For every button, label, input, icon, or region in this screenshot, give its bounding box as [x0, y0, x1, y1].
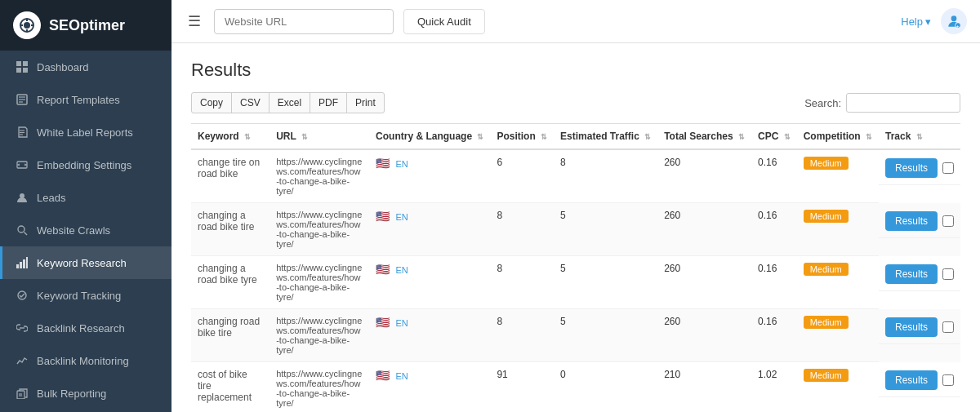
- sidebar-item-leads[interactable]: Leads: [0, 181, 172, 214]
- csv-button[interactable]: CSV: [231, 92, 270, 113]
- position-cell: 8: [490, 309, 554, 362]
- sort-icon[interactable]: ⇅: [644, 133, 651, 141]
- keyword-cell: changing road bike tire: [191, 309, 270, 362]
- topbar-right: Help ▾ +: [901, 8, 967, 34]
- results-button[interactable]: Results: [885, 211, 938, 231]
- competition-badge: Medium: [804, 316, 849, 329]
- sidebar-item-label: White Label Reports: [37, 126, 133, 139]
- svg-rect-22: [20, 262, 22, 268]
- sort-icon[interactable]: ⇅: [541, 133, 547, 141]
- results-button[interactable]: Results: [885, 370, 938, 390]
- sidebar-item-label: Website Crawls: [37, 224, 110, 237]
- sidebar-item-website-crawls[interactable]: Website Crawls: [0, 214, 172, 246]
- cpc-cell: 0.16: [751, 203, 797, 256]
- sidebar-item-backlink-monitoring[interactable]: Backlink Monitoring: [0, 344, 172, 377]
- main-content: ☰ Quick Audit Help ▾ + Results Copy CSV: [172, 0, 980, 412]
- svg-rect-7: [23, 61, 28, 66]
- topbar: ☰ Quick Audit Help ▾ +: [172, 0, 980, 43]
- dashboard-icon: [16, 60, 29, 73]
- keyword-cell: changing a road bike tire: [191, 203, 270, 256]
- leads-icon: [16, 191, 29, 204]
- search-input[interactable]: [846, 93, 960, 113]
- estimated-traffic-cell: 8: [554, 149, 657, 203]
- svg-rect-6: [16, 61, 21, 66]
- sort-icon[interactable]: ⇅: [916, 133, 923, 141]
- estimated-traffic-cell: 0: [554, 362, 657, 413]
- competition-badge: Medium: [804, 369, 849, 382]
- sidebar-item-white-label-reports[interactable]: White Label Reports: [0, 116, 172, 148]
- track-checkbox[interactable]: [942, 215, 954, 227]
- sort-icon[interactable]: ⇅: [244, 133, 251, 141]
- keyword-cell: changing a road bike tyre: [191, 256, 270, 309]
- sidebar-item-dashboard[interactable]: Dashboard: [0, 51, 172, 83]
- url-input[interactable]: [214, 9, 394, 34]
- track-checkbox[interactable]: [942, 162, 954, 174]
- estimated-traffic-cell: 5: [554, 256, 657, 309]
- track-cell: Results: [879, 150, 960, 185]
- cpc-cell: 0.16: [751, 309, 797, 362]
- track-cell: Results: [879, 309, 960, 344]
- sort-icon[interactable]: ⇅: [866, 133, 872, 141]
- track-cell: Results: [879, 362, 960, 397]
- track-checkbox[interactable]: [942, 374, 954, 386]
- country-cell: 🇺🇸 EN: [369, 149, 490, 203]
- track-checkbox[interactable]: [942, 321, 954, 333]
- quick-audit-button[interactable]: Quick Audit: [403, 9, 485, 34]
- track-checkbox[interactable]: [942, 268, 954, 280]
- col-position: Position ⇅: [490, 124, 554, 150]
- table-controls: Copy CSV Excel PDF Print Search:: [191, 92, 960, 113]
- print-button[interactable]: Print: [346, 92, 385, 113]
- competition-cell: Medium: [797, 309, 879, 362]
- sidebar-item-keyword-tracking[interactable]: Keyword Tracking: [0, 279, 172, 312]
- flag-icon: 🇺🇸: [376, 157, 390, 170]
- flag-icon: 🇺🇸: [376, 263, 390, 276]
- keyword-cell: cost of bike tire replacement: [191, 362, 270, 413]
- sort-icon[interactable]: ⇅: [301, 133, 308, 141]
- logo-icon: [13, 11, 41, 39]
- sidebar-item-report-templates[interactable]: Report Templates: [0, 83, 172, 116]
- sidebar-item-backlink-research[interactable]: Backlink Research: [0, 312, 172, 344]
- copy-button[interactable]: Copy: [191, 92, 232, 113]
- excel-button[interactable]: Excel: [269, 92, 310, 113]
- page-title: Results: [191, 60, 960, 81]
- svg-line-20: [24, 233, 28, 236]
- keyword-tracking-icon: [16, 289, 29, 302]
- url-cell: https://www.cyclingnews.com/features/how…: [270, 256, 369, 309]
- svg-rect-24: [26, 257, 28, 268]
- hamburger-icon[interactable]: ☰: [185, 9, 204, 33]
- sidebar-item-label: Report Templates: [37, 94, 120, 106]
- results-button[interactable]: Results: [885, 264, 938, 284]
- pdf-button[interactable]: PDF: [310, 92, 347, 113]
- svg-text:+: +: [956, 24, 960, 29]
- sidebar-item-label: Leads: [37, 192, 65, 204]
- sidebar-item-embedding-settings[interactable]: Embedding Settings: [0, 148, 172, 181]
- content-area: Results Copy CSV Excel PDF Print Search:…: [172, 43, 980, 412]
- estimated-traffic-cell: 5: [554, 203, 657, 256]
- sidebar-item-label: Embedding Settings: [37, 159, 131, 171]
- help-button[interactable]: Help ▾: [901, 16, 931, 28]
- competition-badge: Medium: [804, 263, 849, 276]
- table-row: changing road bike tire https://www.cycl…: [191, 309, 960, 362]
- results-button[interactable]: Results: [885, 158, 938, 178]
- language-label: EN: [395, 371, 408, 381]
- user-avatar[interactable]: +: [941, 8, 967, 34]
- sidebar: SEOptimer Dashboard Report Templates Whi…: [0, 0, 172, 412]
- sidebar-item-bulk-reporting[interactable]: Bulk Reporting: [0, 377, 172, 410]
- website-crawls-icon: [16, 224, 29, 237]
- sidebar-item-label: Dashboard: [37, 61, 89, 73]
- results-button[interactable]: Results: [885, 317, 938, 337]
- svg-rect-21: [16, 264, 19, 268]
- svg-point-19: [18, 226, 24, 233]
- sort-icon[interactable]: ⇅: [477, 133, 483, 141]
- svg-rect-23: [23, 259, 25, 268]
- competition-cell: Medium: [797, 149, 879, 203]
- report-templates-icon: [16, 93, 29, 106]
- sidebar-item-keyword-research[interactable]: Keyword Research: [0, 246, 172, 279]
- total-searches-cell: 210: [657, 362, 751, 413]
- total-searches-cell: 260: [657, 256, 751, 309]
- sort-icon[interactable]: ⇅: [784, 133, 791, 141]
- white-label-reports-icon: [16, 126, 29, 139]
- sort-icon[interactable]: ⇅: [738, 133, 745, 141]
- table-row: change tire on road bike https://www.cyc…: [191, 149, 960, 203]
- total-searches-cell: 260: [657, 149, 751, 203]
